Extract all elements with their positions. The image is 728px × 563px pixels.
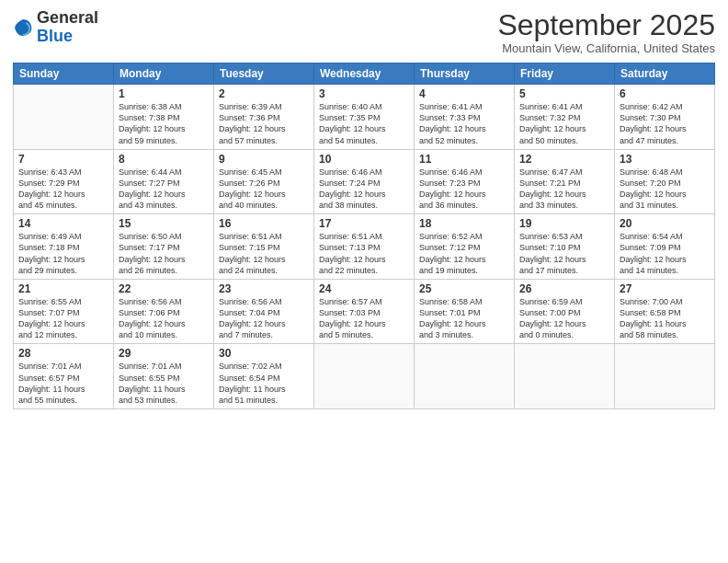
calendar-cell: 2Sunrise: 6:39 AM Sunset: 7:36 PM Daylig… (214, 85, 314, 150)
day-info: Sunrise: 6:38 AM Sunset: 7:38 PM Dayligh… (119, 101, 209, 146)
logo: General Blue (13, 9, 98, 46)
calendar-table: SundayMondayTuesdayWednesdayThursdayFrid… (13, 63, 715, 409)
day-number: 24 (319, 282, 409, 295)
calendar-cell: 24Sunrise: 6:57 AM Sunset: 7:03 PM Dayli… (314, 279, 415, 344)
day-number: 10 (319, 153, 409, 166)
day-number: 22 (119, 282, 209, 295)
day-info: Sunrise: 6:46 AM Sunset: 7:23 PM Dayligh… (419, 167, 509, 212)
day-number: 18 (419, 217, 509, 230)
day-info: Sunrise: 6:58 AM Sunset: 7:01 PM Dayligh… (419, 296, 509, 341)
calendar-cell: 1Sunrise: 6:38 AM Sunset: 7:38 PM Daylig… (114, 85, 214, 150)
calendar-week-5: 28Sunrise: 7:01 AM Sunset: 6:57 PM Dayli… (14, 344, 715, 409)
day-info: Sunrise: 6:43 AM Sunset: 7:29 PM Dayligh… (18, 167, 108, 212)
calendar-header-row: SundayMondayTuesdayWednesdayThursdayFrid… (14, 63, 715, 85)
calendar-cell: 22Sunrise: 6:56 AM Sunset: 7:06 PM Dayli… (114, 279, 214, 344)
day-info: Sunrise: 7:01 AM Sunset: 6:55 PM Dayligh… (119, 361, 209, 406)
day-number: 26 (519, 282, 609, 295)
calendar-cell: 10Sunrise: 6:46 AM Sunset: 7:24 PM Dayli… (314, 149, 415, 214)
calendar-cell: 12Sunrise: 6:47 AM Sunset: 7:21 PM Dayli… (515, 149, 615, 214)
day-info: Sunrise: 6:57 AM Sunset: 7:03 PM Dayligh… (319, 296, 409, 341)
calendar-cell: 20Sunrise: 6:54 AM Sunset: 7:09 PM Dayli… (615, 214, 715, 280)
logo-icon (13, 17, 33, 38)
calendar-cell: 3Sunrise: 6:40 AM Sunset: 7:35 PM Daylig… (314, 85, 415, 150)
calendar-cell (615, 344, 715, 409)
header: General Blue September 2025 Mountain Vie… (13, 9, 715, 55)
calendar-week-1: 1Sunrise: 6:38 AM Sunset: 7:38 PM Daylig… (14, 85, 715, 150)
day-info: Sunrise: 6:42 AM Sunset: 7:30 PM Dayligh… (620, 101, 710, 146)
day-number: 11 (419, 153, 509, 166)
day-header-tuesday: Tuesday (214, 63, 314, 85)
day-header-sunday: Sunday (14, 63, 114, 85)
day-info: Sunrise: 6:41 AM Sunset: 7:32 PM Dayligh… (519, 101, 609, 146)
day-number: 23 (219, 282, 309, 295)
day-info: Sunrise: 6:46 AM Sunset: 7:24 PM Dayligh… (319, 167, 409, 212)
day-number: 20 (620, 217, 710, 230)
calendar-cell: 5Sunrise: 6:41 AM Sunset: 7:32 PM Daylig… (515, 85, 615, 150)
calendar-cell (515, 344, 615, 409)
calendar-cell: 9Sunrise: 6:45 AM Sunset: 7:26 PM Daylig… (214, 149, 314, 214)
calendar-cell: 6Sunrise: 6:42 AM Sunset: 7:30 PM Daylig… (615, 85, 715, 150)
day-header-thursday: Thursday (415, 63, 515, 85)
day-info: Sunrise: 7:01 AM Sunset: 6:57 PM Dayligh… (18, 361, 108, 406)
day-header-monday: Monday (114, 63, 214, 85)
title-block: September 2025 Mountain View, California… (497, 9, 715, 55)
day-number: 14 (18, 217, 108, 230)
day-number: 16 (219, 217, 309, 230)
day-info: Sunrise: 6:51 AM Sunset: 7:15 PM Dayligh… (219, 231, 309, 276)
day-info: Sunrise: 6:48 AM Sunset: 7:20 PM Dayligh… (620, 167, 710, 212)
day-number: 6 (620, 87, 710, 100)
day-number: 21 (18, 282, 108, 295)
day-number: 27 (620, 282, 710, 295)
day-number: 7 (18, 153, 108, 166)
calendar-cell (415, 344, 515, 409)
day-info: Sunrise: 6:51 AM Sunset: 7:13 PM Dayligh… (319, 231, 409, 276)
calendar-week-4: 21Sunrise: 6:55 AM Sunset: 7:07 PM Dayli… (14, 279, 715, 344)
location: Mountain View, California, United States (497, 41, 715, 55)
calendar-cell: 25Sunrise: 6:58 AM Sunset: 7:01 PM Dayli… (415, 279, 515, 344)
calendar-cell: 15Sunrise: 6:50 AM Sunset: 7:17 PM Dayli… (114, 214, 214, 280)
calendar-cell: 17Sunrise: 6:51 AM Sunset: 7:13 PM Dayli… (314, 214, 415, 280)
day-number: 13 (620, 153, 710, 166)
day-number: 3 (319, 87, 409, 100)
calendar-cell: 14Sunrise: 6:49 AM Sunset: 7:18 PM Dayli… (14, 214, 114, 280)
day-header-wednesday: Wednesday (314, 63, 415, 85)
day-info: Sunrise: 6:40 AM Sunset: 7:35 PM Dayligh… (319, 101, 409, 146)
calendar-cell: 19Sunrise: 6:53 AM Sunset: 7:10 PM Dayli… (515, 214, 615, 280)
calendar-week-3: 14Sunrise: 6:49 AM Sunset: 7:18 PM Dayli… (14, 214, 715, 280)
day-info: Sunrise: 6:41 AM Sunset: 7:33 PM Dayligh… (419, 101, 509, 146)
month-title: September 2025 (497, 9, 715, 41)
day-info: Sunrise: 6:50 AM Sunset: 7:17 PM Dayligh… (119, 231, 209, 276)
day-info: Sunrise: 6:53 AM Sunset: 7:10 PM Dayligh… (519, 231, 609, 276)
calendar-cell: 27Sunrise: 7:00 AM Sunset: 6:58 PM Dayli… (615, 279, 715, 344)
calendar-cell: 30Sunrise: 7:02 AM Sunset: 6:54 PM Dayli… (214, 344, 314, 409)
day-info: Sunrise: 6:52 AM Sunset: 7:12 PM Dayligh… (419, 231, 509, 276)
day-info: Sunrise: 7:00 AM Sunset: 6:58 PM Dayligh… (620, 296, 710, 341)
day-header-saturday: Saturday (615, 63, 715, 85)
day-number: 4 (419, 87, 509, 100)
day-info: Sunrise: 6:45 AM Sunset: 7:26 PM Dayligh… (219, 167, 309, 212)
logo-text: General Blue (37, 9, 98, 46)
calendar-cell: 8Sunrise: 6:44 AM Sunset: 7:27 PM Daylig… (114, 149, 214, 214)
day-info: Sunrise: 6:56 AM Sunset: 7:04 PM Dayligh… (219, 296, 309, 341)
day-info: Sunrise: 6:49 AM Sunset: 7:18 PM Dayligh… (18, 231, 108, 276)
calendar-cell: 7Sunrise: 6:43 AM Sunset: 7:29 PM Daylig… (14, 149, 114, 214)
day-number: 9 (219, 153, 309, 166)
day-info: Sunrise: 6:59 AM Sunset: 7:00 PM Dayligh… (519, 296, 609, 341)
calendar-cell: 11Sunrise: 6:46 AM Sunset: 7:23 PM Dayli… (415, 149, 515, 214)
calendar-cell: 23Sunrise: 6:56 AM Sunset: 7:04 PM Dayli… (214, 279, 314, 344)
calendar-cell: 13Sunrise: 6:48 AM Sunset: 7:20 PM Dayli… (615, 149, 715, 214)
calendar-cell: 29Sunrise: 7:01 AM Sunset: 6:55 PM Dayli… (114, 344, 214, 409)
day-info: Sunrise: 6:39 AM Sunset: 7:36 PM Dayligh… (219, 101, 309, 146)
day-number: 28 (18, 347, 108, 360)
calendar-cell (14, 85, 114, 150)
calendar-cell (314, 344, 415, 409)
calendar-cell: 4Sunrise: 6:41 AM Sunset: 7:33 PM Daylig… (415, 85, 515, 150)
calendar-week-2: 7Sunrise: 6:43 AM Sunset: 7:29 PM Daylig… (14, 149, 715, 214)
calendar-cell: 16Sunrise: 6:51 AM Sunset: 7:15 PM Dayli… (214, 214, 314, 280)
day-header-friday: Friday (515, 63, 615, 85)
day-number: 2 (219, 87, 309, 100)
day-number: 1 (119, 87, 209, 100)
day-info: Sunrise: 7:02 AM Sunset: 6:54 PM Dayligh… (219, 361, 309, 406)
page: General Blue September 2025 Mountain Vie… (0, 0, 728, 563)
day-number: 12 (519, 153, 609, 166)
